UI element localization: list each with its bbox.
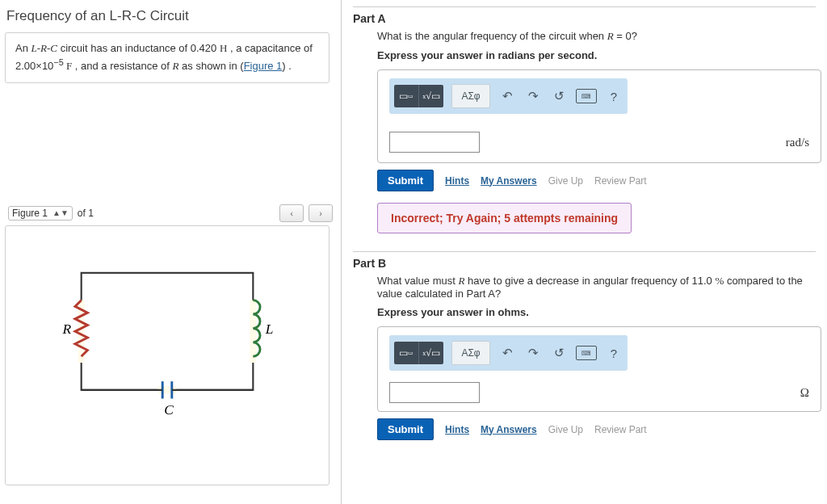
part-a-submit-button[interactable]: Submit (377, 170, 434, 191)
part-a-unit: rad/s (786, 136, 809, 149)
my-answers-link[interactable]: My Answers (481, 424, 537, 435)
help-icon[interactable]: ? (605, 87, 623, 105)
hints-link[interactable]: Hints (445, 424, 469, 435)
part-a-answer-input[interactable] (389, 132, 480, 153)
figure-panel: R L C (5, 225, 330, 485)
part-b-submit-button[interactable]: Submit (377, 418, 434, 440)
give-up-link[interactable]: Give Up (548, 424, 583, 435)
radical-icon[interactable]: x√▭ (418, 342, 443, 364)
part-b-unit: Ω (800, 386, 809, 400)
part-a-feedback: Incorrect; Try Again; 5 attempts remaini… (377, 203, 632, 233)
label-L: L (265, 321, 274, 337)
figure-count: of 1 (78, 208, 94, 219)
template-icon[interactable]: ▭▭ (394, 342, 418, 364)
part-a-answer-box: ▭▭ x√▭ ΑΣφ ↶ ↷ ↺ ⌨ ? rad/s (377, 69, 821, 163)
give-up-link[interactable]: Give Up (548, 175, 583, 187)
part-b-instruct: Express your answer in ohms. (377, 306, 816, 318)
redo-icon[interactable]: ↷ (524, 87, 542, 105)
figure-prev-button[interactable]: ‹ (279, 204, 304, 222)
help-icon[interactable]: ? (605, 344, 623, 362)
part-a-question: What is the angular frequency of the cir… (377, 30, 816, 43)
reset-icon[interactable]: ↺ (550, 344, 568, 362)
review-part-link[interactable]: Review Part (594, 424, 647, 435)
part-b-toolbar: ▭▭ x√▭ ΑΣφ ↶ ↷ ↺ ⌨ ? (389, 335, 628, 371)
svg-rect-8 (82, 273, 254, 390)
part-a-label: Part A (353, 12, 816, 25)
figure-link[interactable]: Figure 1 (244, 60, 283, 72)
label-C: C (164, 401, 174, 418)
undo-icon[interactable]: ↶ (498, 87, 516, 105)
my-answers-link[interactable]: My Answers (481, 175, 537, 187)
template-icon[interactable]: ▭▭ (394, 85, 418, 107)
figure-select[interactable]: Figure 1▲▼ (8, 206, 73, 220)
part-a-toolbar: ▭▭ x√▭ ΑΣφ ↶ ↷ ↺ ⌨ ? (389, 78, 628, 114)
keyboard-icon[interactable]: ⌨ (576, 89, 597, 103)
keyboard-icon[interactable]: ⌨ (576, 346, 597, 360)
undo-icon[interactable]: ↶ (498, 344, 516, 362)
part-b-question: What value must R have to give a decreas… (377, 275, 816, 300)
label-R: R (61, 321, 71, 337)
radical-icon[interactable]: x√▭ (418, 85, 443, 107)
review-part-link[interactable]: Review Part (594, 175, 647, 187)
hints-link[interactable]: Hints (445, 175, 469, 187)
problem-statement: An L-R-C circuit has an inductance of 0.… (5, 32, 330, 83)
page-title: Frequency of an L-R-C Circuit (6, 8, 333, 24)
figure-next-button[interactable]: › (309, 204, 333, 222)
part-b-label: Part B (353, 257, 816, 270)
part-a-instruct: Express your answer in radians per secon… (377, 49, 816, 61)
redo-icon[interactable]: ↷ (524, 344, 542, 362)
part-b-answer-input[interactable] (389, 382, 480, 403)
greek-button[interactable]: ΑΣφ (451, 341, 490, 365)
circuit-diagram: R L C (50, 250, 284, 428)
reset-icon[interactable]: ↺ (550, 87, 568, 105)
greek-button[interactable]: ΑΣφ (451, 84, 490, 108)
part-b-answer-box: ▭▭ x√▭ ΑΣφ ↶ ↷ ↺ ⌨ ? Ω (377, 326, 821, 412)
